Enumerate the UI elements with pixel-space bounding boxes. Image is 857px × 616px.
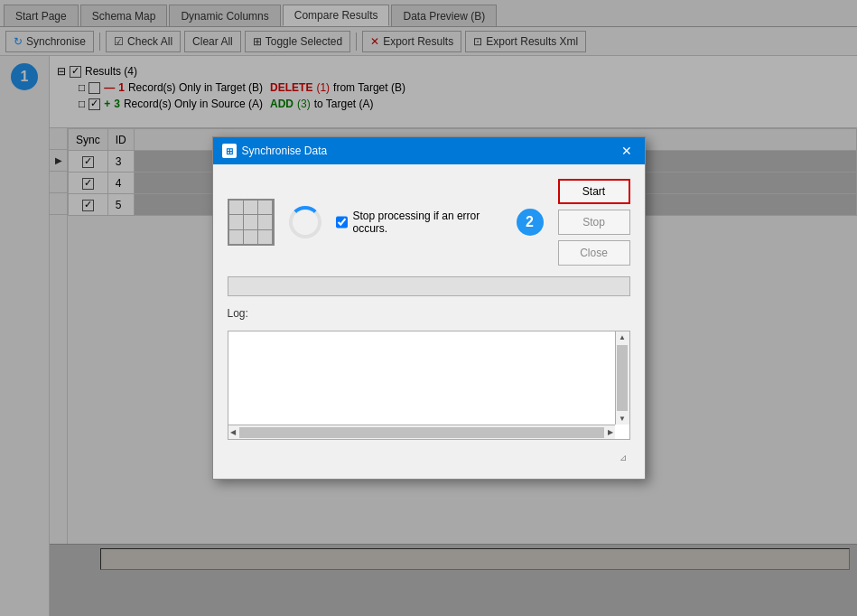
grid-cell xyxy=(258,215,272,229)
grid-cell xyxy=(244,215,257,229)
scroll-left-arrow[interactable]: ◀ xyxy=(228,426,238,438)
spinner xyxy=(289,206,321,238)
start-button[interactable]: Start xyxy=(558,179,630,204)
grid-cell xyxy=(258,201,272,214)
log-label: Log: xyxy=(228,307,630,320)
synchronise-dialog: ⊞ Synchronise Data ✕ xyxy=(212,136,646,480)
dialog-close-button[interactable]: ✕ xyxy=(618,142,636,160)
modal-overlay: ⊞ Synchronise Data ✕ xyxy=(0,0,857,616)
dialog-buttons: Start Stop Close xyxy=(558,179,630,266)
dialog-title-text: Synchronise Data xyxy=(242,145,328,157)
scroll-thumb-h[interactable] xyxy=(239,427,604,438)
scroll-thumb-v[interactable] xyxy=(617,345,628,411)
dialog-resize-handle[interactable]: ⊿ xyxy=(228,451,630,464)
dialog-top-row: Stop processing if an error occurs. 2 St… xyxy=(228,179,630,266)
grid-cell xyxy=(229,201,243,214)
grid-cell xyxy=(229,230,243,244)
progress-bar xyxy=(228,276,630,296)
log-scrollbar-horizontal[interactable]: ◀ ▶ xyxy=(228,425,615,439)
stop-processing-checkbox[interactable] xyxy=(336,216,348,229)
log-scrollbar-vertical[interactable]: ▲ ▼ xyxy=(615,331,629,425)
dialog-title-icon: ⊞ xyxy=(222,144,237,158)
log-area: ▲ ▼ ◀ ▶ xyxy=(228,331,630,440)
app-window: Start Page Schema Map Dynamic Columns Co… xyxy=(0,0,857,616)
log-section: Log: xyxy=(228,307,630,320)
scroll-down-arrow[interactable]: ▼ xyxy=(617,413,628,425)
grid-icon xyxy=(228,199,275,246)
stop-button[interactable]: Stop xyxy=(558,210,630,235)
grid-cell xyxy=(244,201,257,214)
grid-cell xyxy=(258,230,272,244)
dialog-title: ⊞ Synchronise Data xyxy=(222,144,328,158)
close-button[interactable]: Close xyxy=(558,240,630,266)
scroll-right-arrow[interactable]: ▶ xyxy=(606,426,615,438)
stop-processing-label: Stop processing if an error occurs. xyxy=(353,210,502,235)
step-2-badge: 2 xyxy=(517,209,544,236)
dialog-body: Stop processing if an error occurs. 2 St… xyxy=(213,164,645,479)
dialog-titlebar: ⊞ Synchronise Data ✕ xyxy=(213,137,645,164)
grid-cell xyxy=(229,215,243,229)
grid-cell xyxy=(244,230,257,244)
stop-processing-checkbox-row: Stop processing if an error occurs. xyxy=(336,210,502,235)
scroll-up-arrow[interactable]: ▲ xyxy=(617,331,628,343)
